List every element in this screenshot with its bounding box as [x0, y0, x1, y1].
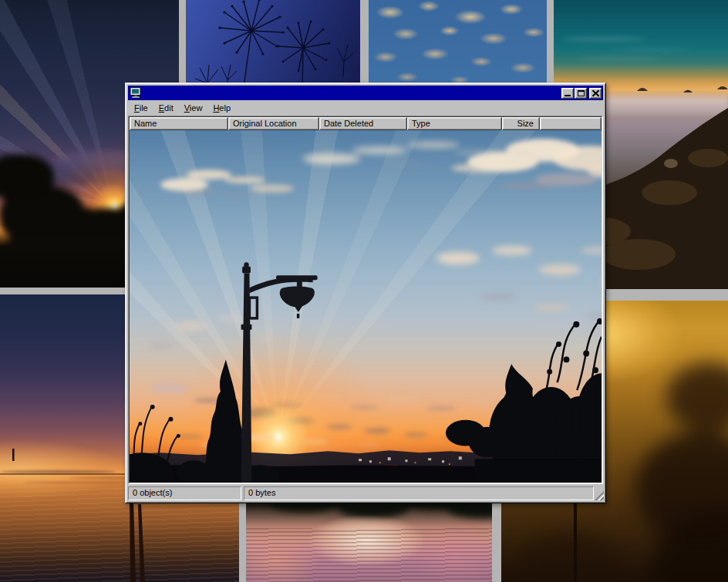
menu-item-file[interactable]: File: [129, 102, 153, 115]
close-icon: [592, 90, 599, 96]
maximize-icon: [578, 90, 585, 96]
column-headers: Name Original Location Date Deleted Type…: [130, 117, 602, 130]
menu-item-view[interactable]: View: [179, 102, 208, 115]
tree-silhouettes: [0, 154, 54, 200]
menu-item-edit[interactable]: Edit: [153, 102, 179, 115]
resize-grip[interactable]: [595, 491, 604, 500]
ripple-layer: [246, 528, 492, 582]
listview-content-photo[interactable]: pino: [130, 130, 602, 483]
minimize-button[interactable]: [561, 88, 574, 99]
left-bush-silhouette: [130, 405, 180, 483]
close-button[interactable]: [589, 88, 602, 99]
maximize-button[interactable]: [575, 88, 587, 99]
column-header-name[interactable]: Name: [130, 117, 228, 130]
column-header-date-deleted[interactable]: Date Deleted: [319, 117, 407, 130]
titlebar[interactable]: [128, 86, 603, 100]
lamp-post-silhouette: [241, 262, 318, 483]
recycle-bin-window: File Edit View Help Name Original Locati…: [125, 82, 606, 503]
menubar: File Edit View Help: [128, 100, 603, 116]
silhouette-svg: pino: [130, 130, 602, 483]
status-objects-panel: 0 object(s): [128, 486, 241, 500]
desktop-background: File Edit View Help Name Original Locati…: [0, 0, 728, 582]
column-header-type[interactable]: Type: [407, 117, 502, 130]
column-header-size[interactable]: Size: [502, 117, 540, 130]
column-header-blank[interactable]: [540, 117, 602, 130]
status-bar: 0 object(s) 0 bytes: [128, 486, 603, 500]
listview: Name Original Location Date Deleted Type…: [129, 116, 602, 483]
status-size-panel: 0 bytes: [244, 486, 594, 500]
minimize-icon: [565, 95, 571, 96]
column-header-original-location[interactable]: Original Location: [228, 117, 319, 130]
menu-item-help[interactable]: Help: [207, 102, 236, 115]
listview-frame: Name Original Location Date Deleted Type…: [128, 116, 603, 484]
computer-icon[interactable]: [130, 87, 142, 99]
